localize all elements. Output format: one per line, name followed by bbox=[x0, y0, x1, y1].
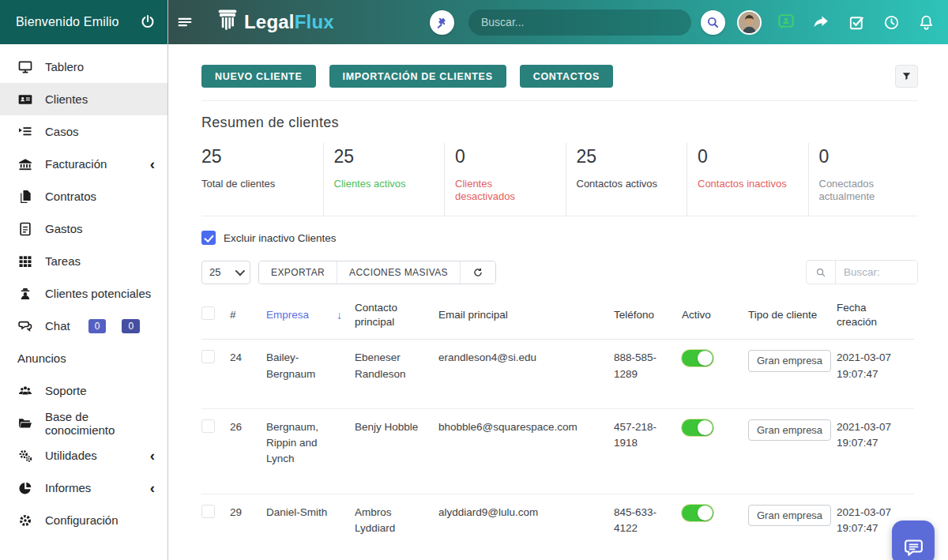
sidebar-item-gastos[interactable]: Gastos bbox=[0, 212, 167, 245]
column-header-fecha-creacion[interactable]: Fecha creación bbox=[837, 296, 914, 340]
stat-clientes-desactivados: 0Clientes desactivados bbox=[444, 143, 566, 216]
sidebar-item-label: Clientes potenciales bbox=[45, 287, 151, 300]
clients-table: #Empresa↓Contacto principalEmail princip… bbox=[201, 296, 914, 560]
stat-clientes-activos: 25Clientes activos bbox=[323, 143, 445, 216]
select-all-checkbox[interactable] bbox=[201, 306, 215, 320]
active-toggle[interactable] bbox=[682, 350, 713, 366]
hamburger-icon[interactable] bbox=[176, 13, 194, 31]
contacts-button[interactable]: CONTACTOS bbox=[520, 65, 613, 88]
exclude-inactive-checkbox[interactable] bbox=[201, 231, 216, 245]
tasks-check-icon[interactable] bbox=[848, 13, 866, 32]
sidebar-item-chat[interactable]: Chat00 bbox=[0, 310, 167, 342]
exclude-inactive-row: Excluir inactivo Clientes bbox=[201, 231, 918, 245]
sidebar-item-tablero[interactable]: Tablero bbox=[0, 51, 167, 83]
contact-cell: Ambros Lyddiard bbox=[355, 494, 438, 560]
sidebar-item-soporte[interactable]: Soporte bbox=[0, 374, 167, 407]
sidebar-header: Bienvenido Emilio bbox=[0, 0, 167, 44]
stat-label: Total de clientes bbox=[201, 178, 295, 190]
column-header-email-principal[interactable]: Email principal bbox=[438, 296, 614, 340]
gavel-icon[interactable] bbox=[430, 10, 454, 35]
row-number: 24 bbox=[230, 340, 266, 409]
active-cell bbox=[682, 408, 748, 494]
refresh-icon[interactable] bbox=[461, 261, 495, 284]
sidebar-item-casos[interactable]: Casos bbox=[0, 115, 167, 148]
power-icon[interactable] bbox=[139, 13, 156, 31]
page-size-select[interactable]: 25 bbox=[201, 261, 250, 284]
sidebar-item-clientes[interactable]: Clientes bbox=[0, 83, 167, 115]
email-cell: erandleson4@si.edu bbox=[438, 340, 614, 409]
company-cell: Daniel-Smith bbox=[266, 494, 355, 560]
brand-logo[interactable]: LegalFlux bbox=[214, 7, 334, 37]
stat-value: 25 bbox=[334, 146, 445, 167]
bell-icon[interactable] bbox=[917, 13, 935, 32]
toolbar: NUEVO CLIENTE IMPORTACIÓN DE CLIENTES CO… bbox=[201, 65, 918, 88]
chat-bubbles-icon bbox=[17, 318, 33, 334]
sidebar-item-facturacion[interactable]: Facturación‹ bbox=[0, 148, 167, 180]
content: NUEVO CLIENTE IMPORTACIÓN DE CLIENTES CO… bbox=[168, 44, 948, 560]
stat-label: Contactos inactivos bbox=[698, 178, 791, 190]
users-icon bbox=[17, 383, 33, 399]
column-header-contacto-principal[interactable]: Contacto principal bbox=[355, 296, 438, 340]
sidebar-item-label: Contratos bbox=[45, 190, 96, 203]
row-checkbox[interactable] bbox=[201, 350, 215, 363]
row-checkbox-cell bbox=[201, 340, 230, 409]
sidebar-item-configuracion[interactable]: Configuración bbox=[0, 504, 167, 536]
chat-badge: 0 bbox=[88, 319, 107, 333]
sidebar-item-label: Chat bbox=[45, 319, 70, 333]
sidebar-item-utilidades[interactable]: Utilidades‹ bbox=[0, 439, 167, 472]
table-controls: 25 EXPORTAR ACCIONES MASIVAS bbox=[201, 260, 918, 284]
row-checkbox[interactable] bbox=[201, 419, 215, 433]
share-icon[interactable] bbox=[811, 12, 831, 32]
column-header-activo[interactable]: Activo bbox=[682, 296, 748, 340]
sidebar-item-clientes-potenciales[interactable]: Clientes potenciales bbox=[0, 277, 167, 310]
row-checkbox-cell bbox=[201, 408, 230, 494]
funnel-icon[interactable] bbox=[895, 65, 918, 88]
column-header-tipo-de-cliente[interactable]: Tipo de cliente bbox=[748, 296, 837, 340]
column-header-empresa[interactable]: Empresa↓ bbox=[266, 296, 355, 340]
chevron-left-icon: ‹ bbox=[150, 480, 155, 495]
table-row: 29Daniel-SmithAmbros Lyddiardalyddiard9@… bbox=[201, 494, 914, 560]
import-clients-button[interactable]: IMPORTACIÓN DE CLIENTES bbox=[329, 65, 506, 88]
message-icon[interactable] bbox=[776, 12, 796, 32]
page-title: Resumen de clientes bbox=[201, 115, 918, 131]
sidebar-item-base-de-conocimiento[interactable]: Base de conocimiento bbox=[0, 407, 167, 439]
row-checkbox[interactable] bbox=[201, 505, 215, 518]
active-toggle[interactable] bbox=[682, 419, 713, 436]
client-type-cell: Gran empresa bbox=[748, 494, 837, 560]
phone-cell: 888-585-1289 bbox=[614, 340, 682, 409]
welcome-text: Bienvenido Emilio bbox=[16, 15, 119, 29]
column-header-telefono[interactable]: Teléfono bbox=[614, 296, 682, 340]
id-card-icon bbox=[17, 92, 33, 107]
stat-value: 0 bbox=[455, 146, 566, 167]
sidebar-item-label: Clientes bbox=[45, 92, 88, 106]
stat-contactos-activos: 25Contactos activos bbox=[566, 143, 687, 216]
active-toggle[interactable] bbox=[682, 505, 713, 521]
sidebar-item-contratos[interactable]: Contratos bbox=[0, 180, 167, 212]
sidebar-item-label: Base de conocimiento bbox=[45, 410, 155, 437]
search-icon[interactable] bbox=[701, 10, 725, 35]
created-date-cell: 2021-03-07 19:07:47 bbox=[837, 340, 914, 409]
table-header: #Empresa↓Contacto principalEmail princip… bbox=[201, 296, 914, 340]
company-cell: Bailey-Bergnaum bbox=[266, 340, 355, 409]
stat-value: 25 bbox=[201, 146, 323, 167]
chevron-left-icon: ‹ bbox=[150, 448, 155, 463]
table-search-input[interactable] bbox=[836, 261, 917, 284]
stat-value: 0 bbox=[819, 146, 930, 167]
chat-fab-button[interactable] bbox=[892, 521, 935, 560]
export-button[interactable]: EXPORTAR bbox=[259, 261, 337, 284]
avatar[interactable] bbox=[737, 10, 762, 35]
header-search-input[interactable] bbox=[481, 16, 679, 28]
sidebar-item-anuncios[interactable]: Anuncios bbox=[0, 342, 167, 374]
client-type-cell: Gran empresa bbox=[748, 340, 837, 409]
sort-desc-icon: ↓ bbox=[337, 308, 342, 323]
app-window: Bienvenido Emilio TableroClientesCasosFa… bbox=[0, 0, 948, 560]
table-row: 24Bailey-BergnaumEbeneser Randlesonerand… bbox=[201, 340, 914, 409]
sidebar-item-informes[interactable]: Informes‹ bbox=[0, 472, 167, 504]
sidebar-item-label: Gastos bbox=[45, 222, 83, 235]
topbar: LegalFlux bbox=[168, 0, 948, 44]
bulk-actions-button[interactable]: ACCIONES MASIVAS bbox=[337, 261, 461, 284]
column-header-[interactable]: # bbox=[230, 296, 266, 340]
clock-icon[interactable] bbox=[882, 13, 901, 32]
sidebar-item-tareas[interactable]: Tareas bbox=[0, 245, 167, 277]
new-client-button[interactable]: NUEVO CLIENTE bbox=[201, 65, 316, 88]
